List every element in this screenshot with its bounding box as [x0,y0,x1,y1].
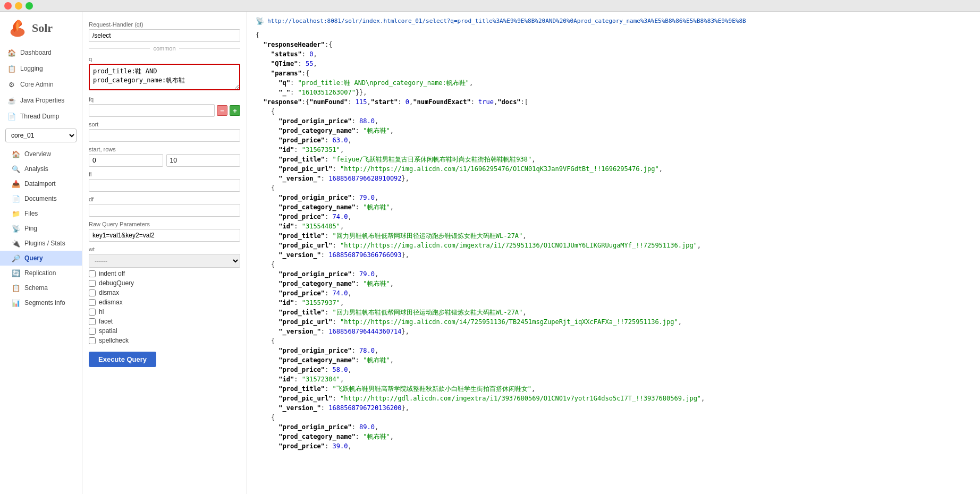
edismax-row: edismax [89,299,240,306]
results-panel: 📡 http://localhost:8081/solr/index.htmlc… [247,12,980,494]
request-handler-input[interactable] [89,29,240,42]
sidebar-item-thread-dump[interactable]: 📄Thread Dump [0,108,82,124]
dismax-row: dismax [89,289,240,296]
facet-label[interactable]: facet [99,318,113,325]
spatial-label[interactable]: spatial [99,327,117,335]
core-nav-item-dataimport[interactable]: 📥Dataimport [0,176,82,191]
fq-row: − + [89,104,240,117]
start-rows-row [89,154,240,167]
dashboard-icon: 🏠 [7,48,16,57]
request-handler-label: Request-Handler (qt) [89,21,240,28]
debugQuery-label[interactable]: debugQuery [99,279,134,287]
url-icon: 📡 [256,17,264,25]
java-properties-icon: ☕ [7,96,16,105]
indent-off-checkbox[interactable] [89,270,96,277]
core-nav-item-plugins-stats[interactable]: 🔌Plugins / Stats [0,236,82,251]
thread-dump-icon: 📄 [7,112,16,121]
spellcheck-checkbox[interactable] [89,337,96,344]
minimize-btn[interactable] [15,2,22,10]
core-navigation: 🏠Overview🔍Analysis📥Dataimport📄Documents📁… [0,147,82,310]
core-nav-label: Query [24,254,43,262]
url-bar: 📡 http://localhost:8081/solr/index.htmlc… [256,17,971,25]
debugQuery-row: debugQuery [89,279,240,287]
sort-label: sort [89,121,240,127]
fq-remove-button[interactable]: − [217,105,227,116]
dismax-label[interactable]: dismax [99,289,119,296]
fq-input[interactable] [89,104,215,117]
spatial-row: spatial [89,327,240,335]
sort-input[interactable] [89,129,240,142]
execute-query-button[interactable]: Execute Query [89,352,156,367]
core-nav-label: Files [24,210,38,217]
q-label: q [89,56,240,62]
raw-query-input[interactable] [89,229,240,242]
spatial-checkbox[interactable] [89,328,96,335]
core-nav-label: Schema [24,284,48,292]
hl-checkbox[interactable] [89,309,96,316]
main-navigation: 🏠Dashboard📋Logging⚙Core Admin☕Java Prope… [0,45,82,124]
facet-row: facet [89,318,240,325]
fq-add-button[interactable]: + [230,105,240,116]
spellcheck-label[interactable]: spellcheck [99,337,129,344]
core-nav-item-ping[interactable]: 📡Ping [0,221,82,236]
sidebar-item-core-admin[interactable]: ⚙Core Admin [0,76,82,92]
sidebar-item-label: Logging [20,65,43,72]
fl-label: fl [89,171,240,177]
maximize-btn[interactable] [26,2,33,10]
core-nav-label: Dataimport [24,180,56,188]
fq-label: fq [89,96,240,103]
core-nav-item-files[interactable]: 📁Files [0,206,82,221]
schema-icon: 📋 [12,284,20,292]
hl-label[interactable]: hl [99,308,104,316]
core-nav-label: Replication [24,269,56,277]
df-input[interactable] [89,204,240,217]
dataimport-icon: 📥 [12,180,20,188]
overview-icon: 🏠 [12,150,20,158]
replication-icon: 🔄 [12,269,20,277]
sidebar-item-dashboard[interactable]: 🏠Dashboard [0,45,82,61]
q-input[interactable] [89,64,240,90]
indent-off-row: indent off [89,270,240,277]
query-form-panel: Request-Handler (qt) common q fq − + sor… [82,12,247,494]
core-selector[interactable]: core_01 [5,129,77,142]
core-nav-item-segments-info[interactable]: 📊Segments info [0,295,82,310]
dismax-checkbox[interactable] [89,289,96,296]
solr-logo-icon [7,18,28,38]
ping-icon: 📡 [12,224,20,233]
edismax-checkbox[interactable] [89,299,96,306]
logging-icon: 📋 [7,64,16,73]
sidebar-item-label: Dashboard [20,49,52,56]
sidebar-item-label: Core Admin [20,81,54,88]
sidebar: Solr 🏠Dashboard📋Logging⚙Core Admin☕Java … [0,12,82,494]
start-input[interactable] [89,154,163,167]
common-divider: common [89,45,240,52]
core-nav-label: Documents [24,195,57,202]
wt-select[interactable]: ------jsonxmlcsvpythonrubyphpphps [89,254,240,268]
fl-input[interactable] [89,179,240,192]
core-nav-item-documents[interactable]: 📄Documents [0,191,82,206]
core-nav-label: Ping [24,225,37,232]
spellcheck-row: spellcheck [89,337,240,344]
core-nav-item-analysis[interactable]: 🔍Analysis [0,161,82,176]
core-nav-label: Plugins / Stats [24,240,65,247]
close-btn[interactable] [4,2,12,10]
core-nav-label: Analysis [24,165,48,173]
sidebar-item-logging[interactable]: 📋Logging [0,61,82,76]
core-nav-item-replication[interactable]: 🔄Replication [0,266,82,280]
core-nav-item-query[interactable]: 🔎Query [0,251,82,266]
logo-area: Solr [0,12,82,45]
core-admin-icon: ⚙ [7,80,16,89]
core-nav-item-overview[interactable]: 🏠Overview [0,147,82,161]
sidebar-item-label: Java Properties [20,97,64,104]
core-nav-label: Segments info [24,299,65,306]
core-nav-item-schema[interactable]: 📋Schema [0,280,82,295]
indent-off-label[interactable]: indent off [99,270,125,277]
debugQuery-checkbox[interactable] [89,280,96,287]
rows-input[interactable] [166,154,241,167]
sidebar-item-java-properties[interactable]: ☕Java Properties [0,92,82,108]
edismax-label[interactable]: edismax [99,299,123,306]
plugins-stats-icon: 🔌 [12,239,20,248]
window-chrome [0,0,980,12]
facet-checkbox[interactable] [89,318,96,325]
result-url[interactable]: http://localhost:8081/solr/index.htmlcor… [267,18,746,24]
